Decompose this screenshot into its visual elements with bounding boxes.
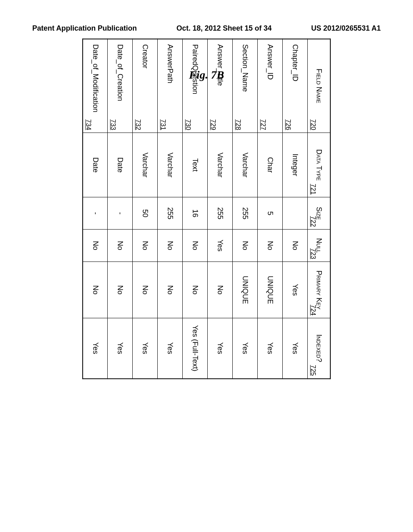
- col-header-field-name: Field Name 720: [308, 39, 330, 133]
- cell-size: 255: [158, 197, 183, 229]
- cell-size: 16: [183, 197, 208, 229]
- cell-indexed: Yes: [233, 318, 258, 378]
- cell-null: No: [133, 229, 158, 262]
- field-name: Chapter_ID: [292, 44, 300, 81]
- cell-size: 255: [208, 197, 233, 229]
- field-name: Answer_ID: [267, 44, 275, 80]
- cell-null: No: [158, 229, 183, 262]
- col-ref: 723: [310, 248, 317, 259]
- field-name: Section_Name: [242, 44, 250, 92]
- table-row: Answer_Title729Varchar255YesNoYes: [208, 39, 233, 379]
- field-name: Date_of_Modification: [92, 44, 100, 112]
- table-row: Date_of_Modification734Date-NoNoYes: [83, 39, 108, 379]
- schema-table-container: Field Name 720 Data Type 721 Size 722 Nu…: [82, 39, 331, 379]
- table-row: Section_Name728Varchar255NoUNIQUEYes: [233, 39, 258, 379]
- header-right: US 2012/0265531 A1: [311, 24, 381, 33]
- field-name-cell: Creator732: [133, 39, 158, 133]
- cell-primary-key: No: [108, 262, 133, 318]
- cell-size: [283, 197, 308, 229]
- field-name-cell: PairedQuestion730: [183, 39, 208, 133]
- cell-indexed: Yes: [133, 318, 158, 378]
- table-header-row: Field Name 720 Data Type 721 Size 722 Nu…: [308, 39, 330, 379]
- field-name-cell: Answer_ID727: [258, 39, 283, 133]
- cell-size: -: [83, 197, 108, 229]
- cell-data-type: Varchar: [208, 133, 233, 197]
- cell-indexed: Yes: [283, 318, 308, 378]
- field-ref: 729: [210, 119, 217, 130]
- field-name: AnswerPath: [167, 44, 175, 83]
- cell-data-type: Integer: [283, 133, 308, 197]
- cell-null: Yes: [208, 229, 233, 262]
- field-name: Creator: [142, 44, 150, 69]
- cell-indexed: Yes: [208, 318, 233, 378]
- schema-table: Field Name 720 Data Type 721 Size 722 Nu…: [82, 39, 331, 379]
- col-ref: 725: [310, 365, 317, 376]
- table-row: AnswerPath731Varchar255NoNoYes: [158, 39, 183, 379]
- cell-primary-key: No: [158, 262, 183, 318]
- cell-indexed: Yes: [158, 318, 183, 378]
- cell-data-type: Char: [258, 133, 283, 197]
- cell-data-type: Date: [83, 133, 108, 197]
- field-ref: 727: [260, 119, 267, 130]
- cell-size: 5: [258, 197, 283, 229]
- page-header: Patent Application Publication Oct. 18, …: [0, 0, 413, 33]
- field-name: PairedQuestion: [192, 44, 200, 94]
- cell-data-type: Varchar: [158, 133, 183, 197]
- col-ref: 722: [310, 216, 317, 227]
- cell-null: No: [283, 229, 308, 262]
- cell-primary-key: UNIQUE: [258, 262, 283, 318]
- cell-primary-key: Yes: [283, 262, 308, 318]
- field-name: Answer_Title: [217, 44, 225, 86]
- col-header-primary-key: Primary Key 724: [308, 262, 330, 318]
- cell-data-type: Varchar: [133, 133, 158, 197]
- col-header-data-type: Data Type 721: [308, 133, 330, 197]
- cell-primary-key: UNIQUE: [233, 262, 258, 318]
- col-ref: 724: [310, 305, 317, 316]
- field-name-cell: Chapter_ID726: [283, 39, 308, 133]
- table-row: PairedQuestion730Text16NoNoYes (Full-Tex…: [183, 39, 208, 379]
- field-name-cell: Date_of_Modification734: [83, 39, 108, 133]
- field-ref: 731: [160, 119, 167, 130]
- table-row: Date_of_Creation733Date-NoNoYes: [108, 39, 133, 379]
- field-ref: 733: [110, 119, 117, 130]
- table-row: Answer_ID727Char5NoUNIQUEYes: [258, 39, 283, 379]
- cell-indexed: Yes: [83, 318, 108, 378]
- cell-null: No: [183, 229, 208, 262]
- cell-primary-key: No: [183, 262, 208, 318]
- col-header-null: Null 723: [308, 229, 330, 262]
- table-body: Chapter_ID726IntegerNoYesYesAnswer_ID727…: [83, 39, 308, 379]
- table-row: Chapter_ID726IntegerNoYesYes: [283, 39, 308, 379]
- field-ref: 734: [85, 119, 92, 130]
- cell-size: -: [108, 197, 133, 229]
- field-ref: 728: [235, 119, 242, 130]
- col-header-indexed: Indexed? 725: [308, 318, 330, 378]
- cell-data-type: Text: [183, 133, 208, 197]
- col-ref: 721: [310, 184, 317, 195]
- field-name: Date_of_Creation: [117, 44, 125, 101]
- cell-indexed: Yes: [258, 318, 283, 378]
- cell-null: No: [233, 229, 258, 262]
- cell-data-type: Varchar: [233, 133, 258, 197]
- field-name-cell: Date_of_Creation733: [108, 39, 133, 133]
- field-ref: 732: [135, 119, 142, 130]
- cell-null: No: [108, 229, 133, 262]
- cell-null: No: [258, 229, 283, 262]
- col-header-size: Size 722: [308, 197, 330, 229]
- header-left: Patent Application Publication: [32, 24, 137, 33]
- field-name-cell: Answer_Title729: [208, 39, 233, 133]
- cell-size: 255: [233, 197, 258, 229]
- cell-indexed: Yes (Full-Text): [183, 318, 208, 378]
- field-name-cell: AnswerPath731: [158, 39, 183, 133]
- cell-indexed: Yes: [108, 318, 133, 378]
- cell-primary-key: No: [133, 262, 158, 318]
- header-center: Oct. 18, 2012 Sheet 15 of 34: [176, 24, 271, 33]
- cell-primary-key: No: [208, 262, 233, 318]
- cell-primary-key: No: [83, 262, 108, 318]
- field-name-cell: Section_Name728: [233, 39, 258, 133]
- table-row: Creator732Varchar50NoNoYes: [133, 39, 158, 379]
- cell-data-type: Date: [108, 133, 133, 197]
- col-ref: 720: [310, 119, 317, 130]
- cell-null: No: [83, 229, 108, 262]
- col-label: Field Name: [315, 44, 323, 128]
- cell-size: 50: [133, 197, 158, 229]
